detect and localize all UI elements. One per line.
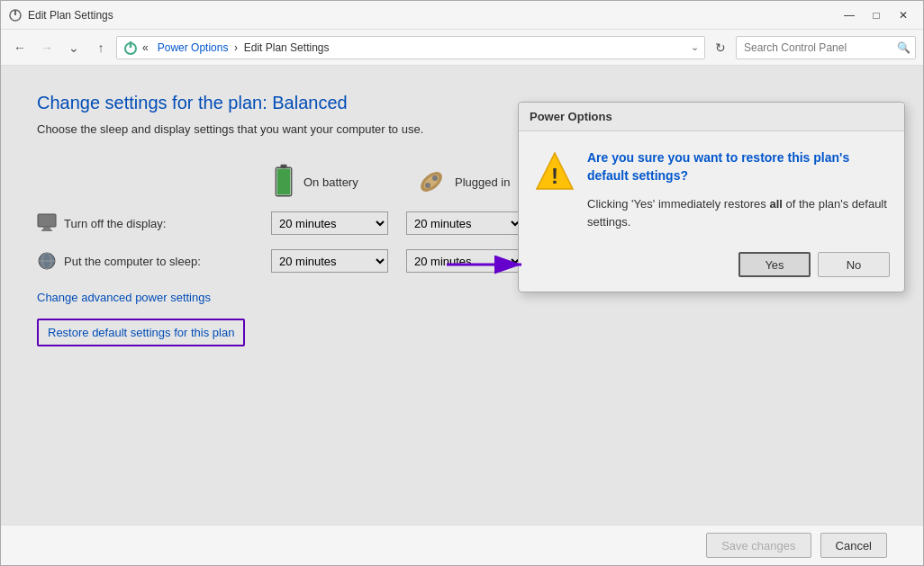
- modal-body: ! Are you sure you want to restore this …: [519, 131, 904, 245]
- modal-question: Are you sure you want to restore this pl…: [587, 149, 890, 184]
- svg-text:!: !: [551, 164, 558, 188]
- search-icon: 🔍: [897, 41, 910, 54]
- modal-desc-part1: Clicking 'Yes' immediately restores: [587, 197, 769, 211]
- window: Edit Plan Settings — □ ✕ ← → ⌄ ↑ « Power…: [0, 0, 924, 566]
- content-area: Change settings for the plan: Balanced C…: [1, 66, 923, 525]
- power-options-dialog: Power Options ! Are you sure you want to…: [518, 102, 905, 292]
- search-input[interactable]: [736, 36, 916, 59]
- breadcrumb: « Power Options › Edit Plan Settings: [142, 41, 687, 54]
- yes-button[interactable]: Yes: [738, 252, 811, 277]
- back-button[interactable]: ←: [8, 36, 32, 59]
- up-button[interactable]: ↑: [89, 36, 113, 59]
- address-bar: « Power Options › Edit Plan Settings ⌄: [116, 36, 705, 59]
- breadcrumb-current: Edit Plan Settings: [244, 41, 330, 54]
- modal-title: Power Options: [519, 103, 904, 131]
- address-chevron-icon[interactable]: ⌄: [691, 41, 699, 53]
- title-bar-controls: — □ ✕: [837, 5, 916, 25]
- cancel-button[interactable]: Cancel: [820, 533, 887, 558]
- breadcrumb-arrow: ›: [234, 41, 238, 54]
- modal-overlay: Power Options ! Are you sure you want to…: [1, 66, 923, 525]
- breadcrumb-separator: «: [142, 41, 149, 54]
- title-bar-text: Edit Plan Settings: [28, 9, 831, 22]
- search-container: 🔍: [736, 36, 916, 59]
- save-changes-button[interactable]: Save changes: [706, 533, 811, 558]
- bottom-bar: Save changes Cancel: [1, 525, 923, 565]
- recent-locations-button[interactable]: ⌄: [62, 36, 86, 59]
- address-bar-icon: [122, 40, 139, 56]
- title-bar: Edit Plan Settings — □ ✕: [1, 1, 923, 30]
- maximize-button[interactable]: □: [864, 5, 889, 25]
- forward-button[interactable]: →: [35, 36, 59, 59]
- warning-icon: !: [533, 149, 576, 193]
- purple-arrow: [442, 247, 532, 283]
- nav-bar: ← → ⌄ ↑ « Power Options › Edit Plan Sett…: [1, 30, 923, 66]
- modal-desc-bold: all: [769, 197, 782, 211]
- title-bar-icon: [8, 8, 23, 22]
- breadcrumb-root[interactable]: Power Options: [158, 41, 229, 54]
- modal-footer: Yes No: [519, 245, 904, 292]
- no-button[interactable]: No: [818, 252, 890, 277]
- minimize-button[interactable]: —: [837, 5, 862, 25]
- modal-description: Clicking 'Yes' immediately restores all …: [587, 195, 890, 230]
- modal-content: Are you sure you want to restore this pl…: [587, 149, 890, 230]
- close-button[interactable]: ✕: [891, 5, 916, 25]
- refresh-button[interactable]: ↻: [709, 36, 732, 59]
